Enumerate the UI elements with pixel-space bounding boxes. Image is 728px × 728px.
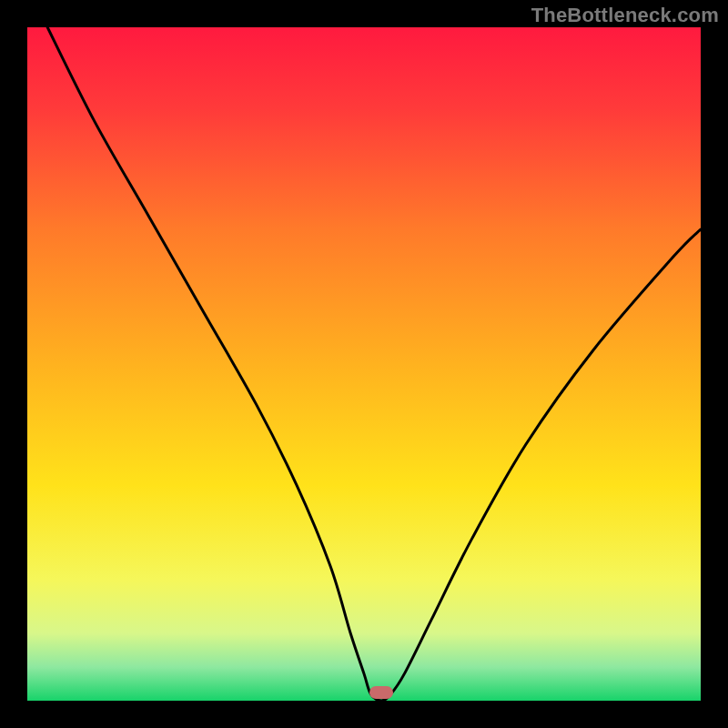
- optimal-marker: [369, 686, 393, 699]
- chart-svg: [27, 27, 701, 701]
- chart-frame: TheBottleneck.com: [0, 0, 728, 728]
- watermark-text: TheBottleneck.com: [531, 4, 719, 27]
- plot-area: [27, 27, 701, 701]
- gradient-background: [27, 27, 701, 701]
